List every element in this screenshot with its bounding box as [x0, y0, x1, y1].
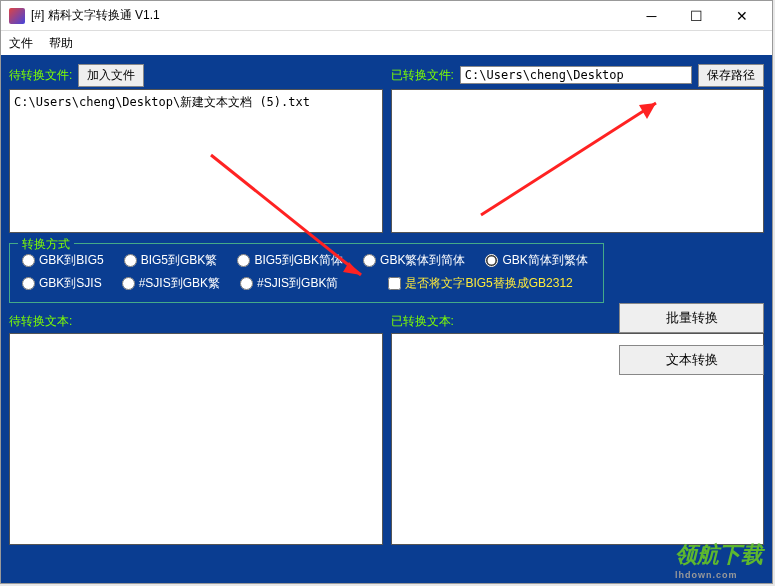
titlebar: [#] 精科文字转换通 V1.1 ─ ☐ ✕	[1, 1, 772, 31]
pending-files-label: 待转换文件:	[9, 67, 72, 84]
radio-gbk-simp-trad[interactable]: GBK简体到繁体	[485, 252, 587, 269]
radio-big5-gbk-simp[interactable]: BIG5到GBK简体	[237, 252, 343, 269]
pending-files-list[interactable]	[9, 89, 383, 233]
batch-convert-button[interactable]: 批量转换	[619, 303, 764, 333]
text-convert-button[interactable]: 文本转换	[619, 345, 764, 375]
app-window: [#] 精科文字转换通 V1.1 ─ ☐ ✕ 文件 帮助 待转换文件: 加入文件…	[0, 0, 773, 584]
pending-text-label: 待转换文本:	[9, 313, 383, 331]
conversion-options: 转换方式 GBK到BIG5 BIG5到GBK繁 BIG5到GBK简体 GBK繁体…	[9, 243, 604, 303]
radio-big5-gbk-trad[interactable]: BIG5到GBK繁	[124, 252, 218, 269]
client-area: 待转换文件: 加入文件 已转换文件: 保存路径 转换方式 GBK到BIG5 BI…	[1, 55, 772, 583]
converted-files-panel: 已转换文件: 保存路径	[391, 63, 765, 233]
options-legend: 转换方式	[18, 236, 74, 253]
save-path-button[interactable]: 保存路径	[698, 64, 764, 87]
add-file-button[interactable]: 加入文件	[78, 64, 144, 87]
radio-gbk-big5[interactable]: GBK到BIG5	[22, 252, 104, 269]
radio-sjis-gbk-trad[interactable]: #SJIS到GBK繁	[122, 275, 220, 292]
checkbox-big5-gb2312[interactable]: 是否将文字BIG5替换成GB2312	[388, 275, 572, 292]
app-icon	[9, 8, 25, 24]
menubar: 文件 帮助	[1, 31, 772, 55]
pending-text-area[interactable]	[9, 333, 383, 545]
menu-file[interactable]: 文件	[9, 35, 33, 52]
radio-gbk-sjis[interactable]: GBK到SJIS	[22, 275, 102, 292]
pending-files-panel: 待转换文件: 加入文件	[9, 63, 383, 233]
converted-files-label: 已转换文件:	[391, 67, 454, 84]
radio-sjis-gbk-simp[interactable]: #SJIS到GBK简	[240, 275, 338, 292]
minimize-button[interactable]: ─	[629, 2, 674, 30]
converted-files-list[interactable]	[391, 89, 765, 233]
maximize-button[interactable]: ☐	[674, 2, 719, 30]
pending-text-panel: 待转换文本:	[9, 313, 383, 545]
save-path-input[interactable]	[460, 66, 692, 84]
menu-help[interactable]: 帮助	[49, 35, 73, 52]
radio-gbk-trad-simp[interactable]: GBK繁体到简体	[363, 252, 465, 269]
window-title: [#] 精科文字转换通 V1.1	[31, 7, 629, 24]
close-button[interactable]: ✕	[719, 2, 764, 30]
